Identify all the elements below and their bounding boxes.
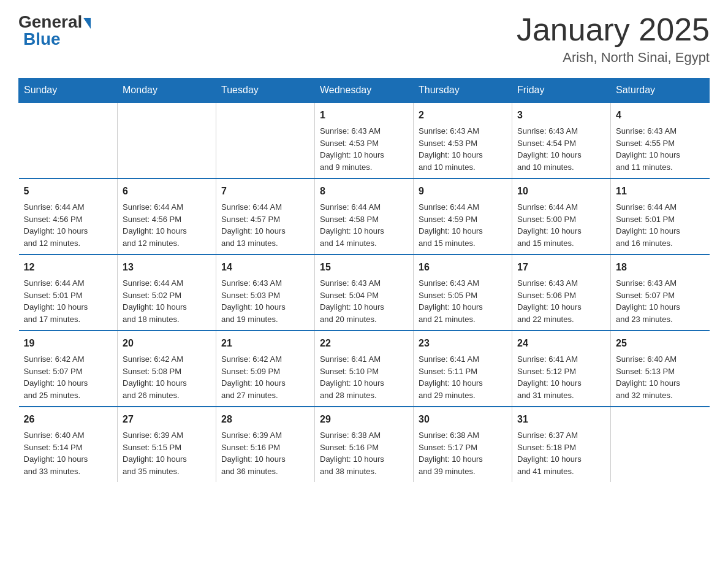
day-number: 3 <box>517 108 605 123</box>
calendar-cell: 9Sunrise: 6:44 AM Sunset: 4:59 PM Daylig… <box>414 178 512 255</box>
calendar-cell: 29Sunrise: 6:38 AM Sunset: 5:16 PM Dayli… <box>315 407 414 482</box>
logo: General Blue <box>18 12 91 49</box>
day-number: 11 <box>616 184 705 199</box>
day-number: 6 <box>123 184 211 199</box>
calendar-week-row: 19Sunrise: 6:42 AM Sunset: 5:07 PM Dayli… <box>19 331 710 407</box>
calendar-cell <box>611 407 710 482</box>
day-info: Sunrise: 6:44 AM Sunset: 5:00 PM Dayligh… <box>517 201 605 249</box>
calendar-body: 1Sunrise: 6:43 AM Sunset: 4:53 PM Daylig… <box>19 102 710 482</box>
calendar-cell: 11Sunrise: 6:44 AM Sunset: 5:01 PM Dayli… <box>611 178 710 255</box>
day-info: Sunrise: 6:40 AM Sunset: 5:14 PM Dayligh… <box>24 429 113 477</box>
day-info: Sunrise: 6:44 AM Sunset: 5:01 PM Dayligh… <box>24 277 113 325</box>
day-number: 8 <box>320 184 408 199</box>
day-number: 24 <box>517 336 605 351</box>
calendar-cell: 5Sunrise: 6:44 AM Sunset: 4:56 PM Daylig… <box>19 178 118 255</box>
day-number: 4 <box>616 108 705 123</box>
calendar-cell: 7Sunrise: 6:44 AM Sunset: 4:57 PM Daylig… <box>216 178 315 255</box>
month-title: January 2025 <box>517 12 710 47</box>
day-number: 26 <box>24 412 113 427</box>
day-info: Sunrise: 6:44 AM Sunset: 5:01 PM Dayligh… <box>616 201 705 249</box>
day-info: Sunrise: 6:43 AM Sunset: 5:07 PM Dayligh… <box>616 277 705 325</box>
calendar-cell: 14Sunrise: 6:43 AM Sunset: 5:03 PM Dayli… <box>216 255 315 331</box>
day-info: Sunrise: 6:42 AM Sunset: 5:08 PM Dayligh… <box>123 353 211 401</box>
calendar-cell: 2Sunrise: 6:43 AM Sunset: 4:53 PM Daylig… <box>414 102 512 178</box>
day-info: Sunrise: 6:44 AM Sunset: 4:56 PM Dayligh… <box>24 201 113 249</box>
day-info: Sunrise: 6:44 AM Sunset: 4:59 PM Dayligh… <box>419 201 507 249</box>
day-number: 31 <box>517 412 605 427</box>
day-info: Sunrise: 6:42 AM Sunset: 5:09 PM Dayligh… <box>221 353 309 401</box>
calendar-cell: 31Sunrise: 6:37 AM Sunset: 5:18 PM Dayli… <box>512 407 611 482</box>
weekday-header-tuesday: Tuesday <box>216 79 315 103</box>
day-number: 9 <box>419 184 507 199</box>
day-info: Sunrise: 6:44 AM Sunset: 4:56 PM Dayligh… <box>123 201 211 249</box>
weekday-header-wednesday: Wednesday <box>315 79 414 103</box>
weekday-header-saturday: Saturday <box>611 79 710 103</box>
weekday-header-friday: Friday <box>512 79 611 103</box>
day-number: 1 <box>320 108 408 123</box>
calendar-cell <box>19 102 118 178</box>
day-number: 14 <box>221 260 309 275</box>
calendar-cell: 22Sunrise: 6:41 AM Sunset: 5:10 PM Dayli… <box>315 331 414 407</box>
day-info: Sunrise: 6:41 AM Sunset: 5:10 PM Dayligh… <box>320 353 408 401</box>
calendar-cell: 23Sunrise: 6:41 AM Sunset: 5:11 PM Dayli… <box>414 331 512 407</box>
day-info: Sunrise: 6:43 AM Sunset: 4:53 PM Dayligh… <box>320 125 408 173</box>
logo-triangle-icon <box>83 18 91 29</box>
day-number: 23 <box>419 336 507 351</box>
calendar-cell: 1Sunrise: 6:43 AM Sunset: 4:53 PM Daylig… <box>315 102 414 178</box>
day-info: Sunrise: 6:43 AM Sunset: 5:05 PM Dayligh… <box>419 277 507 325</box>
day-number: 20 <box>123 336 211 351</box>
calendar-cell <box>216 102 315 178</box>
weekday-header-monday: Monday <box>118 79 216 103</box>
day-number: 25 <box>616 336 705 351</box>
calendar-cell: 4Sunrise: 6:43 AM Sunset: 4:55 PM Daylig… <box>611 102 710 178</box>
calendar-cell: 30Sunrise: 6:38 AM Sunset: 5:17 PM Dayli… <box>414 407 512 482</box>
calendar-cell: 13Sunrise: 6:44 AM Sunset: 5:02 PM Dayli… <box>118 255 216 331</box>
day-number: 17 <box>517 260 605 275</box>
calendar-cell: 27Sunrise: 6:39 AM Sunset: 5:15 PM Dayli… <box>118 407 216 482</box>
calendar-header: SundayMondayTuesdayWednesdayThursdayFrid… <box>19 79 710 103</box>
day-info: Sunrise: 6:43 AM Sunset: 4:54 PM Dayligh… <box>517 125 605 173</box>
day-info: Sunrise: 6:43 AM Sunset: 5:04 PM Dayligh… <box>320 277 408 325</box>
calendar-week-row: 12Sunrise: 6:44 AM Sunset: 5:01 PM Dayli… <box>19 255 710 331</box>
day-number: 18 <box>616 260 705 275</box>
day-number: 21 <box>221 336 309 351</box>
calendar-week-row: 26Sunrise: 6:40 AM Sunset: 5:14 PM Dayli… <box>19 407 710 482</box>
location-subtitle: Arish, North Sinai, Egypt <box>517 50 710 66</box>
calendar-table: SundayMondayTuesdayWednesdayThursdayFrid… <box>18 78 710 482</box>
day-number: 19 <box>24 336 113 351</box>
day-info: Sunrise: 6:43 AM Sunset: 4:55 PM Dayligh… <box>616 125 705 173</box>
day-info: Sunrise: 6:43 AM Sunset: 5:03 PM Dayligh… <box>221 277 309 325</box>
calendar-cell: 17Sunrise: 6:43 AM Sunset: 5:06 PM Dayli… <box>512 255 611 331</box>
calendar-cell: 28Sunrise: 6:39 AM Sunset: 5:16 PM Dayli… <box>216 407 315 482</box>
day-info: Sunrise: 6:43 AM Sunset: 4:53 PM Dayligh… <box>419 125 507 173</box>
day-number: 10 <box>517 184 605 199</box>
calendar-cell: 8Sunrise: 6:44 AM Sunset: 4:58 PM Daylig… <box>315 178 414 255</box>
day-info: Sunrise: 6:39 AM Sunset: 5:16 PM Dayligh… <box>221 429 309 477</box>
day-info: Sunrise: 6:41 AM Sunset: 5:12 PM Dayligh… <box>517 353 605 401</box>
calendar-cell: 25Sunrise: 6:40 AM Sunset: 5:13 PM Dayli… <box>611 331 710 407</box>
calendar-cell: 21Sunrise: 6:42 AM Sunset: 5:09 PM Dayli… <box>216 331 315 407</box>
calendar-cell: 12Sunrise: 6:44 AM Sunset: 5:01 PM Dayli… <box>19 255 118 331</box>
calendar-cell: 16Sunrise: 6:43 AM Sunset: 5:05 PM Dayli… <box>414 255 512 331</box>
calendar-week-row: 1Sunrise: 6:43 AM Sunset: 4:53 PM Daylig… <box>19 102 710 178</box>
day-number: 28 <box>221 412 309 427</box>
day-number: 29 <box>320 412 408 427</box>
day-info: Sunrise: 6:38 AM Sunset: 5:17 PM Dayligh… <box>419 429 507 477</box>
day-number: 12 <box>24 260 113 275</box>
day-number: 7 <box>221 184 309 199</box>
day-number: 13 <box>123 260 211 275</box>
calendar-cell: 10Sunrise: 6:44 AM Sunset: 5:00 PM Dayli… <box>512 178 611 255</box>
logo-blue-text: Blue <box>23 29 61 49</box>
calendar-week-row: 5Sunrise: 6:44 AM Sunset: 4:56 PM Daylig… <box>19 178 710 255</box>
calendar-cell: 20Sunrise: 6:42 AM Sunset: 5:08 PM Dayli… <box>118 331 216 407</box>
day-number: 2 <box>419 108 507 123</box>
day-number: 5 <box>24 184 113 199</box>
day-info: Sunrise: 6:42 AM Sunset: 5:07 PM Dayligh… <box>24 353 113 401</box>
weekday-header-row: SundayMondayTuesdayWednesdayThursdayFrid… <box>19 79 710 103</box>
day-number: 27 <box>123 412 211 427</box>
day-number: 15 <box>320 260 408 275</box>
calendar-cell: 19Sunrise: 6:42 AM Sunset: 5:07 PM Dayli… <box>19 331 118 407</box>
calendar-cell: 15Sunrise: 6:43 AM Sunset: 5:04 PM Dayli… <box>315 255 414 331</box>
day-number: 30 <box>419 412 507 427</box>
title-block: January 2025 Arish, North Sinai, Egypt <box>517 12 710 66</box>
